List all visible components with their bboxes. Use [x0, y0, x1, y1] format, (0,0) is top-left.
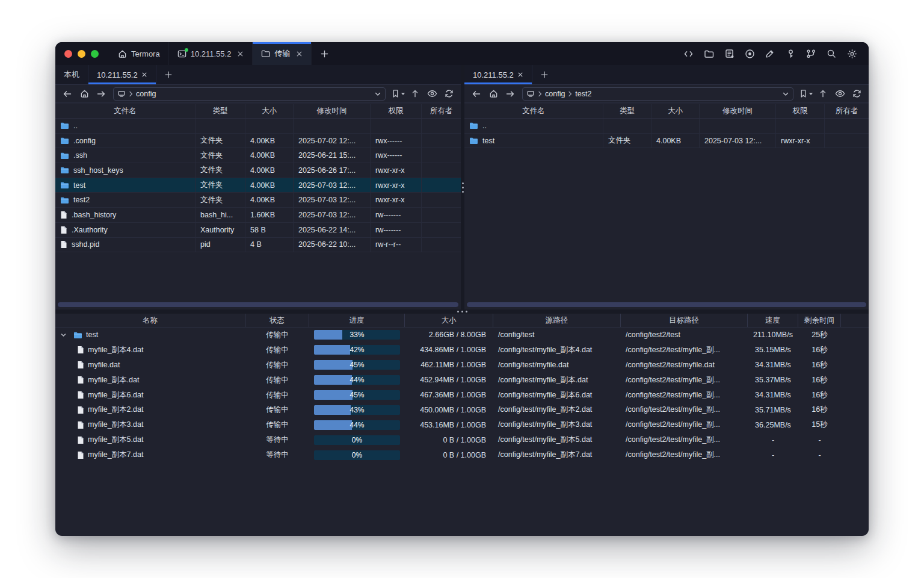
file-row[interactable]: sshd.pidpid4 B2025-06-22 10:...rw-r--r-- — [55, 238, 461, 253]
chevron-down-icon[interactable] — [782, 90, 789, 98]
column-header[interactable]: 类型 — [603, 104, 651, 118]
column-header[interactable]: 速度 — [748, 314, 798, 327]
close-tab-icon[interactable] — [141, 72, 147, 78]
edit-icon[interactable] — [763, 46, 777, 61]
back-button[interactable] — [60, 87, 75, 101]
back-button[interactable] — [469, 87, 484, 101]
transfer-row[interactable]: myfile_副本5.dat等待中0%0 B / 1.00GB/config/t… — [55, 432, 869, 447]
close-tab-icon[interactable] — [517, 72, 523, 78]
column-header[interactable]: 目标路径 — [621, 314, 748, 327]
column-header[interactable]: 文件名 — [464, 104, 603, 118]
column-header[interactable]: 大小 — [651, 104, 700, 118]
bookmark-button[interactable] — [799, 89, 813, 98]
tab-local[interactable]: 本机 — [55, 65, 88, 84]
parent-directory-button[interactable] — [408, 87, 422, 101]
folder-icon[interactable] — [701, 46, 716, 61]
file-cell-type: 文件夹 — [196, 193, 245, 207]
port-icon[interactable] — [804, 46, 818, 61]
minimize-window-button[interactable] — [78, 50, 85, 58]
transfer-row[interactable]: test传输中33%2.66GB / 8.00GB/config/test/co… — [55, 328, 869, 343]
transfer-row[interactable]: myfile_副本3.dat传输中44%453.16MB / 1.00GB/co… — [55, 417, 869, 432]
path-segment[interactable]: config — [545, 90, 565, 98]
close-tab-icon[interactable] — [296, 51, 303, 57]
transfer-row[interactable]: myfile_副本2.dat传输中43%450.00MB / 1.00GB/co… — [55, 402, 869, 417]
tab-termora-home[interactable]: Termora — [109, 42, 169, 65]
forward-button[interactable] — [94, 87, 108, 101]
transfer-row[interactable]: myfile_副本.dat传输中44%452.94MB / 1.00GB/con… — [55, 373, 869, 388]
close-window-button[interactable] — [64, 50, 72, 58]
log-icon[interactable] — [722, 46, 736, 61]
file-row[interactable]: ssh_host_keys文件夹4.00KB2025-06-26 17:...r… — [55, 163, 461, 178]
path-segment[interactable]: test2 — [575, 90, 591, 98]
column-header[interactable]: 状态 — [245, 314, 309, 327]
path-breadcrumb-input[interactable]: config — [113, 87, 386, 101]
file-row[interactable]: test文件夹4.00KB2025-07-03 12:...rwxr-xr-x — [55, 178, 461, 193]
horizontal-splitter[interactable] — [55, 309, 869, 314]
file-cell-size: 4.00KB — [245, 148, 294, 163]
settings-icon[interactable] — [845, 46, 859, 61]
refresh-button[interactable] — [849, 87, 864, 101]
column-header[interactable]: 所有者 — [422, 104, 461, 118]
column-header[interactable]: 剩余时间 — [798, 314, 841, 327]
zoom-window-button[interactable] — [91, 50, 99, 58]
show-hidden-files-button[interactable] — [425, 87, 439, 101]
column-header[interactable]: 修改时间 — [294, 104, 371, 118]
file-cell-mtime — [294, 119, 371, 133]
transfer-row[interactable]: myfile_副本6.dat传输中45%467.36MB / 1.00GB/co… — [55, 388, 869, 403]
horizontal-scrollbar[interactable] — [467, 302, 866, 307]
new-panel-tab-button[interactable] — [532, 65, 556, 84]
column-header[interactable]: 权限 — [776, 104, 825, 118]
column-header[interactable]: 类型 — [196, 104, 245, 118]
show-hidden-files-button[interactable] — [833, 87, 847, 101]
transfer-row[interactable]: myfile_副本4.dat传输中42%434.86MB / 1.00GB/co… — [55, 343, 869, 358]
terminal-icon — [177, 49, 186, 58]
record-icon[interactable] — [742, 46, 757, 61]
bookmark-button[interactable] — [392, 89, 405, 98]
forward-button[interactable] — [503, 87, 517, 101]
file-row[interactable]: test文件夹4.00KB2025-07-03 12:...rwxr-xr-x — [464, 134, 869, 149]
transfer-cell-target-path: /config/test2/test/myfile_副... — [621, 447, 748, 462]
file-row[interactable]: .config文件夹4.00KB2025-07-02 12:...rwx----… — [55, 134, 461, 149]
column-header[interactable]: 名称 — [55, 314, 245, 327]
file-row[interactable]: test2文件夹4.00KB2025-07-03 12:...rwxr-xr-x — [55, 193, 461, 208]
file-cell-name: .bash_history — [55, 208, 196, 222]
column-header[interactable]: 源路径 — [493, 314, 621, 327]
column-header[interactable] — [841, 314, 869, 327]
file-row[interactable]: .. — [55, 119, 461, 134]
column-header[interactable]: 进度 — [309, 314, 405, 327]
code-icon[interactable] — [681, 46, 695, 61]
path-segment[interactable]: config — [136, 90, 156, 98]
column-header[interactable]: 大小 — [245, 104, 294, 118]
home-button[interactable] — [77, 87, 91, 101]
transfer-row[interactable]: myfile.dat传输中45%462.11MB / 1.00GB/config… — [55, 358, 869, 373]
tab-remote-session[interactable]: 10.211.55.2 — [88, 65, 156, 84]
column-header[interactable]: 修改时间 — [700, 104, 776, 118]
tab-label: 本机 — [64, 69, 79, 80]
column-header[interactable]: 所有者 — [825, 104, 869, 118]
chevron-down-icon[interactable] — [60, 332, 70, 338]
key-icon[interactable] — [783, 46, 798, 61]
column-header[interactable]: 文件名 — [55, 104, 196, 118]
tab-remote-session[interactable]: 10.211.55.2 — [464, 65, 532, 84]
new-window-tab-button[interactable] — [312, 42, 337, 65]
refresh-button[interactable] — [442, 87, 456, 101]
chevron-down-icon[interactable] — [374, 90, 381, 98]
file-row[interactable]: .ssh文件夹4.00KB2025-06-21 15:...rwx------ — [55, 148, 461, 163]
column-header[interactable]: 权限 — [371, 104, 422, 118]
home-button[interactable] — [486, 87, 500, 101]
tab-session-10-211-55-2[interactable]: 10.211.55.2 — [169, 42, 253, 65]
close-tab-icon[interactable] — [237, 51, 244, 57]
parent-directory-button[interactable] — [816, 87, 830, 101]
file-row[interactable]: .XauthorityXauthority58 B2025-06-22 14:.… — [55, 223, 461, 238]
path-breadcrumb-input[interactable]: configtest2 — [522, 87, 793, 101]
file-row[interactable]: .. — [464, 119, 869, 134]
search-icon[interactable] — [824, 46, 839, 61]
file-cell-perm: rw-r--r-- — [371, 238, 422, 252]
transfer-row[interactable]: myfile_副本7.dat等待中0%0 B / 1.00GB/config/t… — [55, 447, 869, 462]
file-name: sshd.pid — [72, 240, 100, 249]
new-panel-tab-button[interactable] — [156, 65, 180, 84]
file-row[interactable]: .bash_historybash_hi...1.60KB2025-07-03 … — [55, 208, 461, 223]
horizontal-scrollbar[interactable] — [58, 302, 458, 307]
column-header[interactable]: 大小 — [405, 314, 493, 327]
tab-transfer[interactable]: 传输 — [253, 42, 312, 65]
